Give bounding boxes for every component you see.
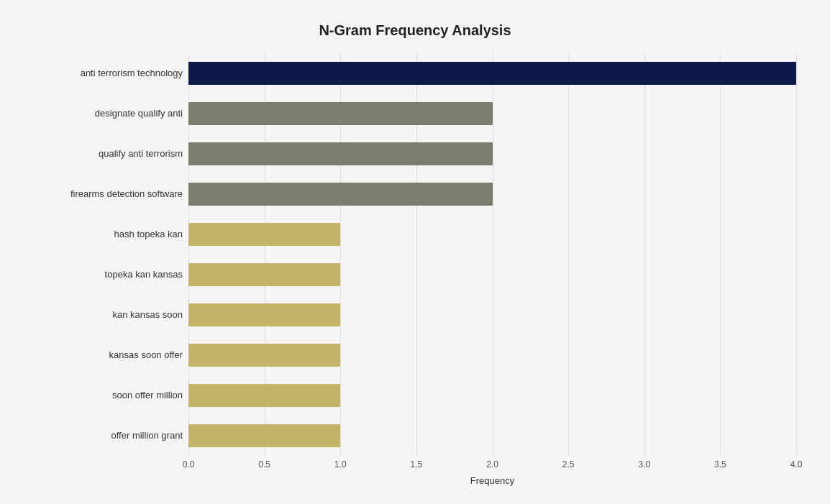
x-axis-label: Frequency (188, 475, 796, 486)
plot-area: anti terrorism technologydesignate quali… (34, 53, 796, 456)
bar-row (188, 381, 796, 410)
x-tick: 1.0 (334, 459, 347, 469)
y-label: firearms detection software (70, 174, 183, 214)
chart-container: N-Gram Frequency Analysis anti terrorism… (19, 8, 811, 497)
bar-row (188, 260, 796, 289)
chart-area: anti terrorism technologydesignate quali… (34, 53, 796, 441)
bar-row (188, 301, 796, 329)
bar (188, 303, 340, 326)
bar-row (188, 59, 796, 88)
y-label: topeka kan kansas (105, 255, 183, 295)
y-label: kansas soon offer (109, 335, 183, 375)
bar-row (188, 99, 796, 128)
bar (188, 263, 340, 286)
y-label: anti terrorism technology (81, 53, 183, 93)
x-tick: 2.0 (486, 459, 498, 469)
bar-row (188, 139, 796, 168)
bar (188, 344, 340, 367)
x-tick: 3.0 (638, 459, 650, 469)
y-label: kan kansas soon (112, 295, 183, 335)
x-tick: 4.0 (790, 459, 803, 469)
bars-area (188, 53, 796, 456)
chart-title: N-Gram Frequency Analysis (34, 22, 796, 39)
bar-row (188, 180, 796, 209)
x-tick: 2.5 (562, 459, 575, 469)
x-tick: 0.0 (183, 459, 195, 469)
bar (188, 384, 340, 407)
bar (188, 142, 493, 165)
y-label: hash topeka kan (114, 214, 183, 255)
x-tick: 1.5 (411, 459, 423, 469)
y-labels: anti terrorism technologydesignate quali… (34, 53, 188, 456)
x-tick: 3.5 (714, 459, 726, 469)
bar (188, 62, 796, 85)
x-tick: 0.5 (258, 459, 270, 469)
bar (188, 183, 493, 206)
grid-line (796, 53, 797, 456)
bar (188, 102, 493, 125)
y-label: qualify anti terrorism (99, 134, 183, 174)
bar-row (188, 220, 796, 249)
bar (188, 424, 340, 447)
bar-row (188, 341, 796, 370)
y-label: soon offer million (112, 375, 183, 416)
y-label: designate qualify anti (95, 93, 183, 134)
y-label: offer million grant (111, 416, 183, 456)
bar-row (188, 421, 796, 450)
bar (188, 223, 340, 246)
